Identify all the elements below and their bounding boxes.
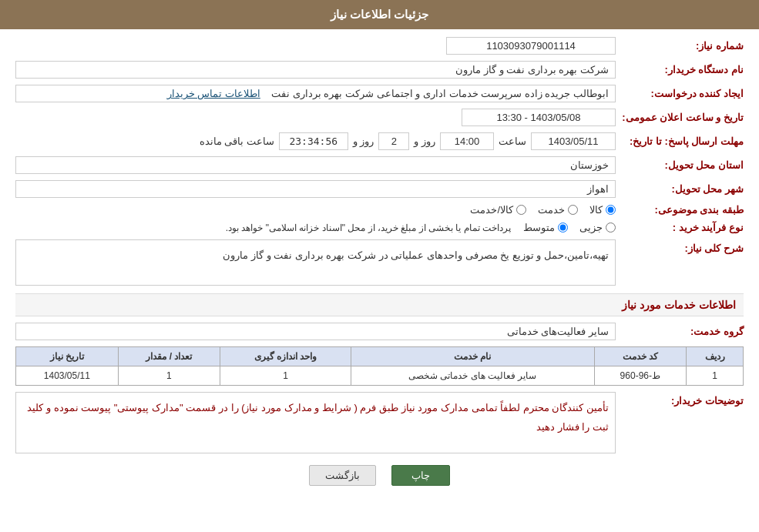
purchase-type-radio-group: جزیی متوسط bbox=[523, 222, 616, 233]
buyer-notes-value: تأمین کنندگان محترم لطفاً تمامی مدارک مو… bbox=[15, 392, 616, 453]
category-radio-group: کالا خدمت کالا/خدمت bbox=[470, 204, 616, 216]
col-unit: واحد اندازه گیری bbox=[220, 347, 351, 366]
purchase-type-label: نوع فرآیند خرید : bbox=[620, 222, 744, 233]
col-qty: تعداد / مقدار bbox=[118, 347, 220, 366]
announce-label: تاریخ و ساعت اعلان عمومی: bbox=[620, 112, 744, 123]
buyer-org-row: نام دستگاه خریدار: شرکت بهره برداری نفت … bbox=[15, 61, 744, 79]
col-name: نام خدمت bbox=[351, 347, 595, 366]
deadline-remain-label: ساعت باقی مانده bbox=[200, 136, 274, 147]
print-button[interactable]: چاپ bbox=[391, 465, 450, 486]
city-label: شهر محل تحویل: bbox=[620, 183, 744, 195]
purchase-type-row: نوع فرآیند خرید : جزیی متوسط پرداخت تمام… bbox=[15, 222, 744, 233]
cell-qty: 1 bbox=[118, 366, 220, 386]
radio-motavaset-input[interactable] bbox=[558, 223, 568, 233]
creator-row: ایجاد کننده درخواست: ابوطالب جریده زاده … bbox=[15, 85, 744, 102]
col-date: تاریخ نیاز bbox=[16, 347, 119, 366]
radio-jozi-label: جزیی bbox=[579, 222, 603, 233]
radio-kala: کالا bbox=[589, 204, 616, 216]
deadline-date: 1403/05/11 bbox=[531, 132, 616, 150]
cell-name: سایر فعالیت های خدماتی شخصی bbox=[351, 366, 595, 386]
city-value: اهواز bbox=[15, 180, 616, 198]
radio-jozi: جزیی bbox=[579, 222, 616, 233]
radio-khedmat-input[interactable] bbox=[568, 205, 578, 215]
city-row: شهر محل تحویل: اهواز bbox=[15, 180, 744, 198]
need-number-row: شماره نیاز: 1103093079001114 bbox=[15, 37, 744, 55]
creator-contact-link[interactable]: اطلاعات تماس خریدار bbox=[167, 88, 260, 99]
buyer-notes-label: توضیحات خریدار: bbox=[620, 395, 744, 407]
deadline-days: 2 bbox=[378, 132, 409, 150]
general-desc-row: شرح کلی نیاز: تهیه،تامین،حمل و توزیع یخ … bbox=[15, 239, 744, 286]
deadline-time-label: ساعت bbox=[499, 136, 526, 147]
col-code: کد خدمت bbox=[594, 347, 686, 366]
general-desc-label: شرح کلی نیاز: bbox=[620, 243, 744, 254]
radio-motavaset-label: متوسط bbox=[523, 222, 555, 233]
page-container: جزئیات اطلاعات نیاز شماره نیاز: 11030930… bbox=[0, 0, 759, 532]
deadline-label: مهلت ارسال پاسخ: تا تاریخ: bbox=[620, 136, 744, 147]
need-number-label: شماره نیاز: bbox=[620, 40, 744, 52]
radio-kala-input[interactable] bbox=[606, 205, 616, 215]
province-value: خوزستان bbox=[15, 156, 616, 174]
service-group-label: گروه خدمت: bbox=[620, 326, 744, 337]
category-row: طبقه بندی موضوعی: کالا خدمت کالا/خدمت bbox=[15, 204, 744, 216]
cell-code: ط-96-960 bbox=[594, 366, 686, 386]
announce-value: 1403/05/08 - 13:30 bbox=[462, 109, 616, 126]
deadline-time: 14:00 bbox=[440, 132, 494, 150]
buyer-notes-row: توضیحات خریدار: تأمین کنندگان محترم لطفا… bbox=[15, 392, 744, 453]
radio-jozi-input[interactable] bbox=[606, 223, 616, 233]
page-header: جزئیات اطلاعات نیاز bbox=[0, 0, 759, 29]
deadline-remain-label-pre: روز و bbox=[353, 136, 374, 147]
radio-kala-label: کالا bbox=[589, 204, 603, 216]
radio-kala-khedmat-input[interactable] bbox=[516, 205, 526, 215]
radio-kala-khedmat-label: کالا/خدمت bbox=[470, 204, 513, 216]
back-button[interactable]: بازگشت bbox=[309, 465, 376, 486]
creator-label: ایجاد کننده درخواست: bbox=[620, 88, 744, 99]
button-row: چاپ بازگشت bbox=[15, 465, 744, 486]
service-group-value: سایر فعالیت‌های خدماتی bbox=[15, 323, 616, 340]
deadline-days-label: روز و bbox=[414, 136, 435, 147]
buyer-org-value: شرکت بهره برداری نفت و گاز مارون bbox=[15, 61, 616, 79]
radio-kala-khedmat: کالا/خدمت bbox=[470, 204, 526, 216]
radio-khedmat: خدمت bbox=[538, 204, 578, 216]
table-row: 1 ط-96-960 سایر فعالیت های خدماتی شخصی 1… bbox=[16, 366, 744, 386]
deadline-row: مهلت ارسال پاسخ: تا تاریخ: 1403/05/11 سا… bbox=[15, 132, 744, 150]
creator-text: ابوطالب جریده زاده سرپرست خدمات اداری و … bbox=[271, 88, 609, 99]
radio-khedmat-label: خدمت bbox=[538, 204, 565, 216]
services-section-title: اطلاعات خدمات مورد نیاز bbox=[15, 293, 744, 316]
buyer-org-label: نام دستگاه خریدار: bbox=[620, 64, 744, 75]
province-label: استان محل تحویل: bbox=[620, 159, 744, 171]
table-header: ردیف کد خدمت نام خدمت واحد اندازه گیری ت… bbox=[16, 347, 744, 366]
content-area: شماره نیاز: 1103093079001114 نام دستگاه … bbox=[0, 29, 759, 505]
service-group-row: گروه خدمت: سایر فعالیت‌های خدماتی bbox=[15, 323, 744, 340]
creator-value: ابوطالب جریده زاده سرپرست خدمات اداری و … bbox=[15, 85, 616, 102]
province-row: استان محل تحویل: خوزستان bbox=[15, 156, 744, 174]
radio-motavaset: متوسط bbox=[523, 222, 568, 233]
need-number-value: 1103093079001114 bbox=[446, 37, 616, 55]
announce-row: تاریخ و ساعت اعلان عمومی: 1403/05/08 - 1… bbox=[15, 109, 744, 126]
general-desc-value: تهیه،تامین،حمل و توزیع یخ مصرفی واحدهای … bbox=[15, 239, 616, 286]
cell-date: 1403/05/11 bbox=[16, 366, 119, 386]
cell-row: 1 bbox=[687, 366, 744, 386]
category-label: طبقه بندی موضوعی: bbox=[620, 204, 744, 216]
services-table: ردیف کد خدمت نام خدمت واحد اندازه گیری ت… bbox=[15, 346, 744, 386]
header-title: جزئیات اطلاعات نیاز bbox=[331, 8, 428, 21]
deadline-remain: 23:34:56 bbox=[279, 132, 348, 150]
purchase-type-note: پرداخت تمام یا بخشی از مبلغ خرید، از محل… bbox=[226, 223, 511, 233]
col-row: ردیف bbox=[687, 347, 744, 366]
cell-unit: 1 bbox=[220, 366, 351, 386]
table-body: 1 ط-96-960 سایر فعالیت های خدماتی شخصی 1… bbox=[16, 366, 744, 386]
